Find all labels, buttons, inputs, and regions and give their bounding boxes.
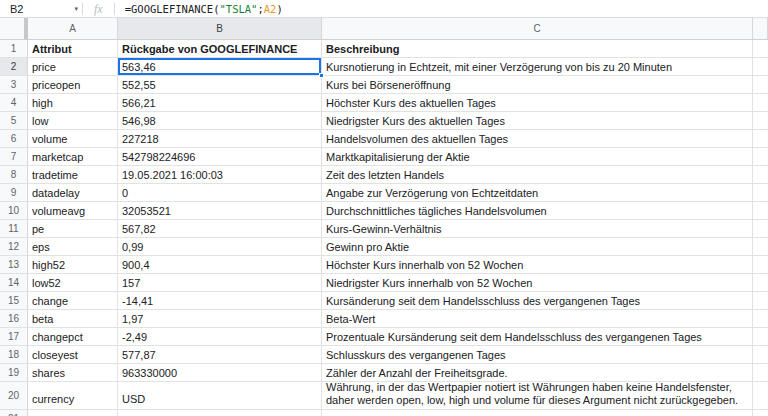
cell-D3[interactable] xyxy=(753,76,768,94)
row-header-3[interactable]: 3 xyxy=(0,76,28,94)
row-header-6[interactable]: 6 xyxy=(0,130,28,148)
cell-D18[interactable] xyxy=(753,346,768,364)
cell-D4[interactable] xyxy=(753,94,768,112)
cell-B21[interactable] xyxy=(118,410,322,416)
cell-A19[interactable]: shares xyxy=(28,364,118,382)
cell-A8[interactable]: tradetime xyxy=(28,166,118,184)
selection-fill-handle[interactable] xyxy=(319,73,324,78)
row-header-8[interactable]: 8 xyxy=(0,166,28,184)
formula-input[interactable]: =GOOGLEFINANCE("TSLA";A2) xyxy=(125,3,283,15)
cell-C21[interactable] xyxy=(322,410,753,416)
cell-B15[interactable]: -14,41 xyxy=(118,292,322,310)
column-header-a[interactable]: A xyxy=(28,18,118,40)
cell-A17[interactable]: changepct xyxy=(28,328,118,346)
cell-C19[interactable]: Zähler der Anzahl der Freiheitsgrade. xyxy=(322,364,753,382)
cell-B13[interactable]: 900,4 xyxy=(118,256,322,274)
cell-A7[interactable]: marketcap xyxy=(28,148,118,166)
cell-A15[interactable]: change xyxy=(28,292,118,310)
cell-A1[interactable]: Attribut xyxy=(28,40,118,58)
row-header-9[interactable]: 9 xyxy=(0,184,28,202)
cell-C2[interactable]: Kursnotierung in Echtzeit, mit einer Ver… xyxy=(322,58,753,76)
cell-D10[interactable] xyxy=(753,202,768,220)
cell-D5[interactable] xyxy=(753,112,768,130)
cell-C1[interactable]: Beschreibung xyxy=(322,40,753,58)
cell-A18[interactable]: closeyest xyxy=(28,346,118,364)
cell-B7[interactable]: 542798224696 xyxy=(118,148,322,166)
row-header-7[interactable]: 7 xyxy=(0,148,28,166)
row-header-16[interactable]: 16 xyxy=(0,310,28,328)
cell-D17[interactable] xyxy=(753,328,768,346)
row-header-10[interactable]: 10 xyxy=(0,202,28,220)
cell-D2[interactable] xyxy=(753,58,768,76)
cell-A5[interactable]: low xyxy=(28,112,118,130)
row-header-11[interactable]: 11 xyxy=(0,220,28,238)
cell-D14[interactable] xyxy=(753,274,768,292)
cell-D1[interactable] xyxy=(753,40,768,58)
cell-C6[interactable]: Handelsvolumen des aktuellen Tages xyxy=(322,130,753,148)
cell-B11[interactable]: 567,82 xyxy=(118,220,322,238)
row-header-1[interactable]: 1 xyxy=(0,40,28,58)
cell-B6[interactable]: 227218 xyxy=(118,130,322,148)
cell-C11[interactable]: Kurs-Gewinn-Verhältnis xyxy=(322,220,753,238)
cell-B14[interactable]: 157 xyxy=(118,274,322,292)
column-header-b[interactable]: B xyxy=(118,18,322,40)
row-header-18[interactable]: 18 xyxy=(0,346,28,364)
cell-D12[interactable] xyxy=(753,238,768,256)
cell-B19[interactable]: 963330000 xyxy=(118,364,322,382)
cell-A14[interactable]: low52 xyxy=(28,274,118,292)
cell-B9[interactable]: 0 xyxy=(118,184,322,202)
cell-B18[interactable]: 577,87 xyxy=(118,346,322,364)
cell-B8[interactable]: 19.05.2021 16:00:03 xyxy=(118,166,322,184)
cell-C5[interactable]: Niedrigster Kurs des aktuellen Tages xyxy=(322,112,753,130)
cell-D13[interactable] xyxy=(753,256,768,274)
cell-D11[interactable] xyxy=(753,220,768,238)
cell-B4[interactable]: 566,21 xyxy=(118,94,322,112)
cell-A2[interactable]: price xyxy=(28,58,118,76)
cell-A9[interactable]: datadelay xyxy=(28,184,118,202)
cell-A21[interactable] xyxy=(28,410,118,416)
cell-A13[interactable]: high52 xyxy=(28,256,118,274)
cell-A4[interactable]: high xyxy=(28,94,118,112)
cell-C16[interactable]: Beta-Wert xyxy=(322,310,753,328)
cell-C14[interactable]: Niedrigster Kurs innerhalb von 52 Wochen xyxy=(322,274,753,292)
cell-D16[interactable] xyxy=(753,310,768,328)
select-all-corner[interactable] xyxy=(0,18,28,40)
row-header-4[interactable]: 4 xyxy=(0,94,28,112)
row-header-14[interactable]: 14 xyxy=(0,274,28,292)
row-header-21[interactable]: 21 xyxy=(0,410,28,416)
cell-D15[interactable] xyxy=(753,292,768,310)
cell-C12[interactable]: Gewinn pro Aktie xyxy=(322,238,753,256)
row-header-20[interactable]: 20 xyxy=(0,382,28,410)
cell-B16[interactable]: 1,97 xyxy=(118,310,322,328)
cell-A12[interactable]: eps xyxy=(28,238,118,256)
cell-A16[interactable]: beta xyxy=(28,310,118,328)
cell-A3[interactable]: priceopen xyxy=(28,76,118,94)
cell-B3[interactable]: 552,55 xyxy=(118,76,322,94)
cell-C20[interactable]: Währung, in der das Wertpapier notiert i… xyxy=(322,382,753,410)
row-header-12[interactable]: 12 xyxy=(0,238,28,256)
column-header-c[interactable]: C xyxy=(322,18,753,40)
cell-C10[interactable]: Durchschnittliches tägliches Handelsvolu… xyxy=(322,202,753,220)
row-header-17[interactable]: 17 xyxy=(0,328,28,346)
cell-B10[interactable]: 32053521 xyxy=(118,202,322,220)
name-box[interactable]: B2 ▾ xyxy=(0,0,82,17)
cell-C7[interactable]: Marktkapitalisierung der Aktie xyxy=(322,148,753,166)
cell-B12[interactable]: 0,99 xyxy=(118,238,322,256)
cell-D8[interactable] xyxy=(753,166,768,184)
cell-A11[interactable]: pe xyxy=(28,220,118,238)
cell-C17[interactable]: Prozentuale Kursänderung seit dem Handel… xyxy=(322,328,753,346)
cell-C9[interactable]: Angabe zur Verzögerung von Echtzeitdaten xyxy=(322,184,753,202)
cell-C3[interactable]: Kurs bei Börseneröffnung xyxy=(322,76,753,94)
chevron-down-icon[interactable]: ▾ xyxy=(74,5,78,12)
cell-A6[interactable]: volume xyxy=(28,130,118,148)
cell-B5[interactable]: 546,98 xyxy=(118,112,322,130)
cell-D19[interactable] xyxy=(753,364,768,382)
cell-C15[interactable]: Kursänderung seit dem Handelsschluss des… xyxy=(322,292,753,310)
cell-D9[interactable] xyxy=(753,184,768,202)
cell-B20[interactable]: USD xyxy=(118,382,322,410)
cell-B2[interactable]: 563,46 xyxy=(118,58,322,76)
cell-A20[interactable]: currency xyxy=(28,382,118,410)
row-header-15[interactable]: 15 xyxy=(0,292,28,310)
cell-C4[interactable]: Höchster Kurs des aktuellen Tages xyxy=(322,94,753,112)
cell-A10[interactable]: volumeavg xyxy=(28,202,118,220)
